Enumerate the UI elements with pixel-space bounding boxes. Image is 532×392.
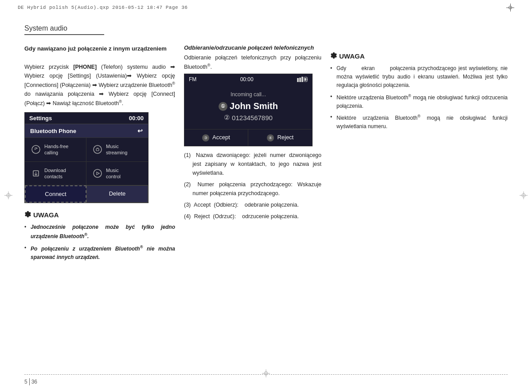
call-body: Incoming call... ① John Smith ② 01234567…: [184, 85, 312, 129]
uwaga-right: ✽ UWAGA Gdy ekran połączenia przychodząc…: [330, 51, 508, 131]
status-icons: [297, 77, 308, 82]
col-right: ✽ UWAGA Gdy ekran połączenia przychodząc…: [330, 44, 508, 365]
left-paragraph: Wybierz przycisk [PHONE] (Telefon) syste…: [24, 64, 175, 106]
col-left: Gdy nawiązano już połączenie z innym urz…: [24, 44, 175, 365]
circle-2: ②: [224, 114, 230, 122]
num-text-2: Numer połączenia przychodzącego: Wskazuj…: [192, 180, 321, 198]
download-contacts-item[interactable]: Downloadcontacts: [25, 162, 86, 186]
bluetooth-label: Bluetooth Phone: [30, 128, 76, 134]
call-time: 00:00: [240, 76, 254, 82]
uwaga-right-item-2: Niektóre urządzenia Bluetooth® mogą nie …: [330, 93, 508, 110]
circle-3-icon: ③: [202, 134, 209, 141]
music-streaming-label: Musicstreaming: [106, 143, 127, 156]
incoming-text: Incoming call...: [189, 91, 308, 98]
num-label-4: (4): [184, 212, 191, 221]
num-label-2: (2): [184, 180, 191, 198]
num-text-4: Reject (Odrzuć): odrzucenie połączenia.: [192, 212, 299, 221]
crosshair-icon: [506, 4, 514, 12]
main-content: Gdy nawiązano już połączenie z innym urz…: [24, 44, 508, 365]
num-item-2: (2) Numer połączenia przychodzącego: Wsk…: [184, 180, 321, 198]
svg-rect-8: [96, 149, 99, 151]
phone-icon: [31, 145, 41, 154]
music-control-label: Musiccontrol: [106, 167, 121, 180]
print-header: DE Hybrid polish 5(Audio).qxp 2016-05-12…: [18, 4, 514, 12]
svg-marker-14: [97, 172, 99, 175]
hands-free-item[interactable]: Hands-freecalling: [25, 138, 86, 162]
svg-rect-17: [301, 77, 303, 82]
print-header-text: DE Hybrid polish 5(Audio).qxp 2016-05-12…: [18, 5, 188, 10]
settings-grid: Hands-freecalling Musicstreaming: [25, 138, 148, 185]
num-text-1: Nazwa dzwoniącego: jeżeli numer dzwoniąc…: [192, 151, 321, 177]
music-control-item[interactable]: Musiccontrol: [86, 162, 148, 186]
bottom-crosshair: [262, 369, 270, 379]
accept-button[interactable]: ③ Accept: [184, 129, 248, 146]
svg-point-6: [32, 145, 40, 153]
settings-buttons: Connect Delete: [25, 185, 148, 203]
svg-point-7: [94, 145, 102, 153]
hands-free-label: Hands-freecalling: [44, 143, 68, 156]
fm-label: FM: [189, 76, 196, 82]
mid-section-title: Odbieranie/odrzucanie połączeń telefonic…: [184, 44, 321, 51]
call-actions: ③ Accept ④ Reject: [184, 129, 312, 146]
download-icon: [31, 169, 41, 178]
uwaga-right-title: ✽ UWAGA: [330, 51, 508, 61]
footer-page-num: 5 36: [24, 378, 37, 385]
uwaga-left-item-1: Jednocześnie połączone może być tylko je…: [24, 223, 175, 241]
right-margin-crosshair: [520, 192, 528, 201]
num-text-3: Accept (Odbierz): odebranie połączenia.: [192, 200, 299, 209]
svg-rect-15: [297, 78, 299, 82]
svg-rect-16: [299, 78, 301, 82]
back-icon[interactable]: ↩: [137, 127, 143, 134]
music-streaming-item[interactable]: Musicstreaming: [86, 138, 148, 162]
connect-button[interactable]: Connect: [25, 185, 86, 203]
uwaga-left-title: ✽ UWAGA: [24, 210, 175, 220]
page-number-sub: 36: [31, 379, 37, 385]
uwaga-right-list: Gdy ekran połączenia przychodzącego jest…: [330, 64, 508, 131]
numbered-list: (1) Nazwa dzwoniącego: jeżeli numer dzwo…: [184, 151, 321, 221]
uwaga-left-title-text: UWAGA: [33, 211, 59, 219]
svg-rect-20: [307, 78, 308, 80]
section-title: System audio: [24, 24, 104, 35]
uwaga-left-list: Jednocześnie połączone może być tylko je…: [24, 223, 175, 262]
num-item-1: (1) Nazwa dzwoniącego: jeżeli numer dzwo…: [184, 151, 321, 177]
settings-titlebar: Settings 00:00: [25, 113, 148, 124]
reject-label: Reject: [277, 134, 293, 141]
num-item-3: (3) Accept (Odbierz): odebranie połączen…: [184, 200, 321, 209]
page-separator: [29, 378, 30, 385]
uwaga-right-item-3: Niektóre urządzenia Bluetooth® mogą nie …: [330, 113, 508, 131]
left-margin-crosshair: [4, 192, 12, 201]
left-heading: Gdy nawiązano już połączenie z innym urz…: [24, 45, 167, 52]
uwaga-right-item-1: Gdy ekran połączenia przychodzącego jest…: [330, 64, 508, 90]
reject-button[interactable]: ④ Reject: [248, 129, 312, 146]
circle-1: ①: [219, 102, 227, 111]
caller-number: ② 01234567890: [189, 114, 308, 122]
download-contacts-label: Downloadcontacts: [44, 167, 66, 180]
delete-button[interactable]: Delete: [86, 185, 148, 203]
uwaga-left: ✽ UWAGA Jednocześnie połączone może być …: [24, 210, 175, 262]
num-label-3: (3): [184, 200, 191, 209]
svg-point-13: [94, 169, 102, 177]
num-item-4: (4) Reject (Odrzuć): odrzucenie połączen…: [184, 212, 321, 221]
music-streaming-icon: [93, 145, 102, 154]
caller-name-text: John Smith: [230, 101, 278, 111]
accept-label: Accept: [212, 134, 230, 141]
col-mid: Odbieranie/odrzucanie połączeń telefonic…: [184, 44, 321, 365]
num-label-1: (1): [184, 151, 191, 177]
call-screen: FM 00:00 Incoming call... ①: [184, 74, 313, 146]
uwaga-right-title-text: UWAGA: [339, 52, 365, 60]
settings-screen: Settings 00:00 Bluetooth Phone ↩: [24, 112, 149, 203]
settings-title-label: Settings: [29, 115, 52, 122]
caller-number-text: 01234567890: [232, 114, 273, 122]
music-control-icon: [93, 169, 102, 178]
call-titlebar: FM 00:00: [184, 74, 312, 85]
phone-label: [PHONE]: [73, 64, 97, 70]
svg-rect-19: [305, 78, 306, 81]
settings-time: 00:00: [129, 115, 144, 122]
caller-name: ① John Smith: [189, 101, 308, 111]
mid-paragraph: Odbieranie połączeń telefonicznych przy …: [184, 53, 321, 71]
uwaga-left-item-2: Po połączeniu z urządzeniem Bluetooth® n…: [24, 244, 175, 262]
bluetooth-bar: Bluetooth Phone ↩: [25, 124, 148, 138]
left-intro-text: Gdy nawiązano już połączenie z innym urz…: [24, 44, 175, 108]
page-number-main: 5: [24, 379, 27, 385]
circle-4-icon: ④: [267, 134, 274, 141]
